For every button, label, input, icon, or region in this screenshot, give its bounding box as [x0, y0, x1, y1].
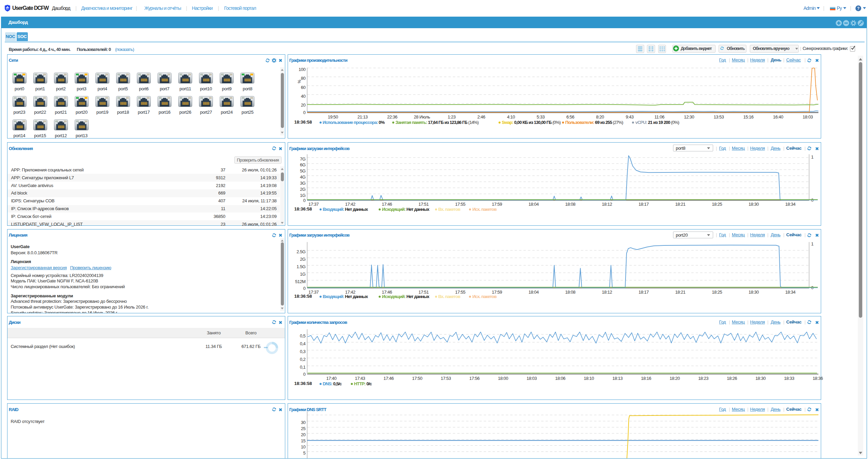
svg-text:18:10: 18:10 [584, 376, 594, 381]
svg-text:11:06: 11:06 [654, 114, 664, 119]
svg-text:0,3: 0,3 [300, 349, 306, 354]
svg-text:18:17: 18:17 [638, 202, 649, 207]
svg-text:0,1: 0,1 [300, 365, 306, 370]
svg-text:18:25: 18:25 [712, 202, 722, 207]
svg-text:17:56: 17:56 [469, 376, 480, 381]
svg-text:18:08: 18:08 [565, 289, 575, 294]
svg-text:6:56: 6:56 [566, 114, 575, 119]
svg-text:0: 0 [303, 198, 306, 203]
svg-text:60: 60 [301, 85, 306, 90]
svg-text:16:40: 16:40 [773, 114, 783, 119]
svg-text:12:30: 12:30 [684, 114, 694, 119]
svg-text:18:08: 18:08 [565, 202, 575, 207]
svg-text:3G: 3G [300, 181, 306, 186]
svg-text:10: 10 [301, 444, 306, 449]
svg-text:18:12: 18:12 [602, 289, 612, 294]
svg-text:18:30: 18:30 [755, 376, 765, 381]
svg-text:1.5G: 1.5G [296, 264, 306, 269]
svg-text:17:46: 17:46 [383, 376, 394, 381]
svg-text:18:36: 18:36 [813, 376, 823, 381]
svg-text:7G: 7G [300, 156, 306, 162]
svg-text:1G: 1G [300, 272, 306, 277]
svg-text:2:46: 2:46 [477, 114, 486, 119]
svg-text:9:43: 9:43 [626, 114, 634, 119]
svg-text:1:23: 1:23 [448, 114, 456, 119]
svg-text:18:12: 18:12 [602, 202, 612, 207]
svg-text:17:43: 17:43 [355, 376, 365, 381]
svg-text:18:30: 18:30 [748, 202, 759, 207]
svg-text:5: 5 [303, 450, 306, 456]
svg-text:40: 40 [301, 93, 306, 98]
svg-text:18:03: 18:03 [803, 114, 813, 119]
svg-text:25: 25 [301, 426, 306, 431]
svg-text:18:04: 18:04 [528, 289, 539, 294]
svg-text:1: 1 [811, 241, 814, 246]
svg-text:15: 15 [301, 438, 306, 443]
svg-text:512M: 512M [295, 279, 306, 284]
svg-text:0,4: 0,4 [300, 341, 306, 346]
svg-text:18:33: 18:33 [784, 376, 794, 381]
svg-text:2G: 2G [300, 187, 306, 192]
svg-text:18:30: 18:30 [748, 289, 759, 294]
svg-text:13:53: 13:53 [713, 114, 724, 119]
svg-text:18:26: 18:26 [727, 376, 737, 381]
svg-text:18:17: 18:17 [638, 289, 649, 294]
svg-text:18:23: 18:23 [698, 376, 708, 381]
svg-text:21:13: 21:13 [358, 114, 368, 119]
svg-text:18:34: 18:34 [785, 202, 795, 207]
svg-text:1G: 1G [300, 193, 306, 198]
svg-text:?: ? [857, 6, 860, 11]
svg-text:19:50: 19:50 [328, 114, 338, 119]
svg-text:%: % [297, 79, 302, 83]
svg-text:17:40: 17:40 [326, 376, 337, 381]
svg-text:0,5: 0,5 [300, 333, 306, 338]
svg-text:18:21: 18:21 [675, 289, 685, 294]
svg-text:0: 0 [303, 285, 306, 291]
svg-text:4:10: 4:10 [507, 114, 515, 119]
svg-text:5:33: 5:33 [537, 114, 545, 119]
svg-text:17:53: 17:53 [441, 376, 451, 381]
svg-text:17:50: 17:50 [412, 376, 422, 381]
svg-text:30: 30 [301, 420, 306, 425]
svg-text:18:20: 18:20 [670, 376, 680, 381]
svg-text:0: 0 [303, 372, 306, 377]
svg-text:18:16: 18:16 [641, 376, 651, 381]
svg-text:18:00: 18:00 [498, 376, 508, 381]
svg-text:0,2: 0,2 [300, 357, 306, 362]
svg-text:2.5G: 2.5G [296, 249, 306, 254]
svg-text:2G: 2G [300, 257, 306, 262]
svg-text:1: 1 [811, 154, 814, 160]
svg-text:28 Июль: 28 Июль [414, 114, 430, 119]
svg-text:4G: 4G [300, 174, 306, 180]
svg-text:5G: 5G [300, 168, 306, 173]
svg-text:20: 20 [301, 102, 306, 107]
svg-text:0: 0 [303, 110, 306, 115]
svg-text:18:21: 18:21 [675, 202, 685, 207]
svg-text:18:03: 18:03 [526, 376, 537, 381]
svg-text:22:36: 22:36 [387, 114, 397, 119]
svg-text:6G: 6G [300, 162, 306, 167]
svg-text:100: 100 [299, 67, 305, 72]
svg-text:18:25: 18:25 [712, 289, 722, 294]
svg-text:18:34: 18:34 [785, 289, 795, 294]
svg-text:20: 20 [301, 432, 306, 437]
svg-text:8:20: 8:20 [596, 114, 604, 119]
svg-text:18:13: 18:13 [612, 376, 622, 381]
svg-text:18:06: 18:06 [555, 376, 565, 381]
svg-text:18:04: 18:04 [528, 202, 539, 207]
svg-text:15:16: 15:16 [743, 114, 754, 119]
